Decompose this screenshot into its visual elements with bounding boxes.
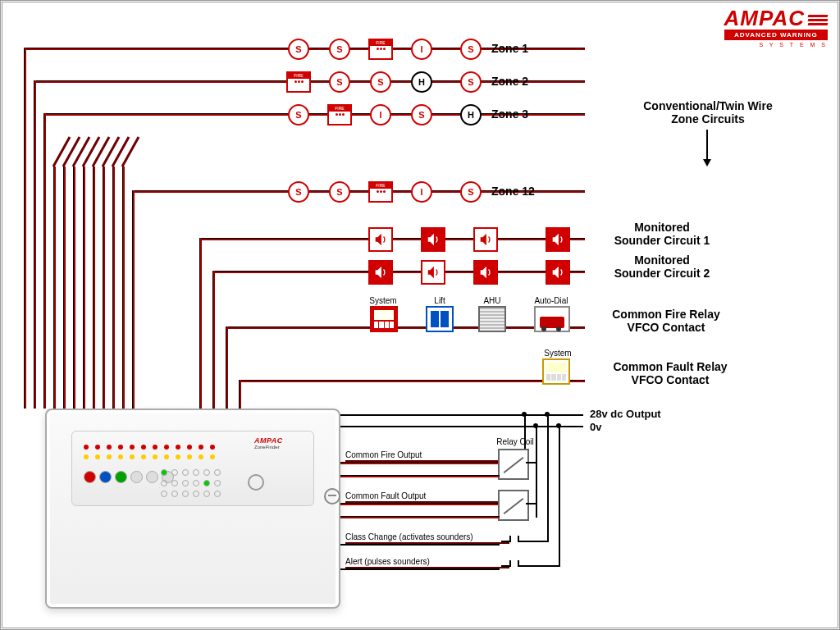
smoke-detector-icon: S [329,71,350,93]
panel-zone-leds [84,445,215,450]
smoke-detector-icon: S [460,71,482,93]
panel-brand: AMPAC ZoneFinder [254,436,299,458]
smoke-detector-icon: S [460,39,482,60]
smoke-detector-icon: S [288,39,309,60]
sounder-icon [368,260,393,285]
zone-label: Zone 12 [491,185,535,198]
autodial-caption: Auto-Dial [531,296,572,305]
wire [337,544,500,546]
wiring-diagram: AMPAC ADVANCED WARNING S Y S T E M S S S… [0,0,840,630]
smoke-detector-icon: S [288,104,309,126]
wire [83,167,85,409]
sounder2-label: Monitored Sounder Circuit 2 [596,253,728,280]
wire-sounder2 [212,271,585,273]
wire-fire-relay [226,326,585,329]
panel-button-captions: ······ [84,486,166,490]
wire [524,541,549,542]
svg-line-6 [112,137,129,167]
panel-status-leds [161,469,222,499]
wire [112,167,115,409]
logo-tagline: ADVANCED WARNING [724,30,828,40]
fire-panel: AMPAC ZoneFinder ······ [45,409,340,609]
wire-node [545,412,550,417]
wire [132,190,135,409]
svg-line-3 [83,137,99,167]
ion-detector-icon: I [411,181,432,203]
wire [337,475,500,477]
brand-logo: AMPAC ADVANCED WARNING S Y S T E M S [724,9,828,48]
smoke-detector-icon: S [370,71,391,93]
wire [526,503,537,504]
svg-line-5 [103,137,119,167]
sounder-icon [473,260,498,285]
call-point-icon: FIRE [286,71,311,93]
wire [226,326,228,409]
system-caption: System [367,296,399,305]
sounder-icon [421,260,445,285]
sounder-icon [546,227,570,252]
zone-label: Zone 2 [491,75,528,88]
svg-line-2 [73,137,89,167]
zone-label: Zone 1 [491,42,528,55]
wire [73,167,75,409]
panel-face: AMPAC ZoneFinder ······ [71,431,314,506]
wire [524,565,560,567]
svg-line-7 [122,137,139,167]
wire-fault-relay [239,380,585,382]
heat-detector-icon: H [460,104,482,126]
sounder-icon [473,227,498,252]
wire [53,167,56,409]
logo-sub: S Y S T E M S [724,42,828,48]
wire [337,516,500,518]
wire-0v [337,426,583,427]
system2-caption: System [539,349,577,358]
svg-line-1 [63,137,80,167]
class-change-label: Class Change (activates sounders) [345,532,509,544]
zone-section-title: Conventional/Twin Wire Zone Circuits [626,99,790,126]
sounder-icon [421,227,445,252]
sounder1-label: Monitored Sounder Circuit 1 [596,221,728,247]
ahu-icon [478,306,506,332]
heat-detector-icon: H [411,71,432,93]
lift-icon [426,306,454,332]
fire-output-label: Common Fire Output [345,450,498,462]
alert-label: Alert (pulses sounders) [345,557,509,568]
smoke-detector-icon: S [411,104,432,126]
svg-line-0 [53,137,70,167]
logo-text: AMPAC [724,6,805,30]
panel-keyswitch [324,488,340,504]
smoke-detector-icon: S [460,181,482,203]
ion-detector-icon: I [370,104,391,126]
wire [547,414,549,541]
wire [337,503,500,505]
panel-knob [248,474,264,491]
sounder-icon [546,260,570,285]
wire [199,238,202,409]
wire-node [533,423,538,428]
sounder-icon [368,227,393,252]
wire [103,167,105,409]
relay-coil-icon [498,449,529,480]
fire-relay-label: Common Fire Relay VFCO Contact [596,308,736,334]
wire [93,167,95,409]
smoke-detector-icon: S [329,181,350,203]
wire [122,167,125,409]
fault-output-label: Common Fault Output [345,491,498,503]
v0-label: 0v [590,421,601,433]
wire [337,568,500,570]
wire [239,380,241,409]
wire [212,271,215,409]
fault-relay-label: Common Fault Relay VFCO Contact [596,360,744,386]
call-point-icon: FIRE [368,39,393,60]
wire-node [522,412,527,417]
relaycoil-caption: Relay Coil [495,437,536,446]
wire [24,48,26,409]
svg-line-4 [93,137,109,167]
arrow-down-icon [706,130,711,167]
ion-detector-icon: I [411,39,432,60]
wire [63,167,66,409]
call-point-icon: FIRE [368,181,393,203]
wire [526,462,537,463]
fire-truck-icon [534,306,570,332]
wire-fan [52,134,142,175]
